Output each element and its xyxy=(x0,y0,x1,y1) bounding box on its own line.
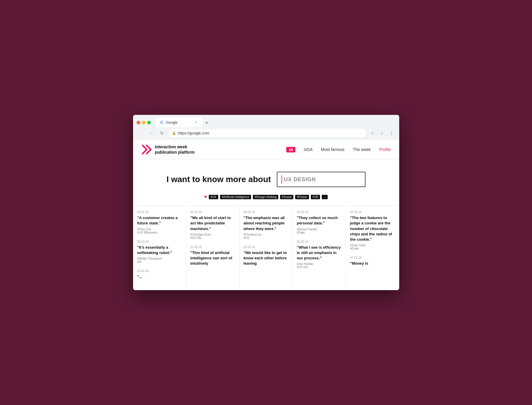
article-date: 08.02.18 xyxy=(244,210,288,214)
profile-button[interactable]: ○ xyxy=(378,129,386,137)
article-item: 03.02.18 "They collect so much personal … xyxy=(297,210,342,234)
article-date: 07.02.18 xyxy=(350,210,395,214)
forward-button[interactable]: → xyxy=(147,129,156,137)
tag-ai[interactable]: #Artificial intelligence xyxy=(220,195,251,199)
minimize-button[interactable] xyxy=(142,121,145,124)
toolbar-actions: ☆ ○ ⋮ xyxy=(368,129,396,137)
browser-toolbar: ← → ↻ 🔒 https://google.com ☆ ○ ⋮ xyxy=(133,127,399,139)
article-date: 05.02.18 xyxy=(297,240,342,243)
svg-line-1 xyxy=(143,150,147,154)
article-author: #Elissa Frankle xyxy=(297,228,342,231)
article-col-1: 03.02.18 "A customer creates a future st… xyxy=(133,206,186,290)
article-quote[interactable]: "We all kind of start to act like predic… xyxy=(190,215,235,232)
svg-line-3 xyxy=(147,150,151,154)
hero-text: I want to know more about xyxy=(166,175,271,184)
article-tags: #UX #Business xyxy=(137,231,182,234)
article-col-3: 08.02.18 "The emphasis was all about rea… xyxy=(240,206,293,290)
search-box[interactable]: UX DESIGN xyxy=(277,172,366,187)
articles-grid: 03.02.18 "A customer creates a future st… xyxy=(133,205,399,290)
article-tags: #Code xyxy=(350,247,395,250)
article-tags: #UX #UI xyxy=(297,266,342,269)
tag-fiction[interactable]: #Fiction xyxy=(295,195,309,199)
google-favicon: G xyxy=(160,120,163,125)
article-date: 07.02.18 xyxy=(350,256,395,259)
article-quote[interactable]: "They collect so much personal data." xyxy=(297,215,342,226)
article-quote[interactable]: "A customer creates a future state." xyxy=(137,215,182,226)
article-item: 03.02.18 "We would like to get to know e… xyxy=(244,245,288,266)
article-col-2: 05.02.18 "We all kind of start to act li… xyxy=(186,206,240,290)
refresh-button[interactable]: ↻ xyxy=(158,129,166,137)
article-author: #Christina Xu xyxy=(244,233,288,236)
tag-ux[interactable]: #UX xyxy=(209,195,218,199)
tag-vr[interactable]: #VR xyxy=(311,195,320,199)
svg-line-2 xyxy=(147,145,151,150)
traffic-lights xyxy=(137,121,151,124)
site-header: Interaction week publication platform 18… xyxy=(133,139,399,160)
article-author: #Christian Ervin xyxy=(190,233,235,236)
article-col-5: 07.02.18 "The two features to judge a co… xyxy=(346,206,399,290)
address-bar[interactable]: 🔒 https://google.com xyxy=(169,129,366,137)
article-tags: #AI xyxy=(137,260,182,263)
browser-window: G Google × + ← → ↻ 🔒 https://google.com … xyxy=(133,115,399,290)
tag-more[interactable]: ... xyxy=(322,195,328,199)
article-date: 03.02.18 xyxy=(137,210,182,214)
article-quote[interactable]: "... xyxy=(137,274,182,279)
article-item: 05.02.18 "What I see is efficiency is st… xyxy=(297,240,342,269)
article-quote[interactable]: "What I see is efficiency is still an em… xyxy=(297,245,342,261)
browser-chrome: G Google × + ← → ↻ 🔒 https://google.com … xyxy=(133,115,399,139)
article-quote[interactable]: "We would like to get to know each other… xyxy=(244,250,288,266)
article-col-4: 03.02.18 "They collect so much personal … xyxy=(293,206,346,290)
article-date: 03.02.18 xyxy=(244,245,288,249)
browser-tabs: G Google × + xyxy=(156,118,396,127)
article-item: 05.02.18 "We all kind of start to act li… xyxy=(190,210,235,240)
article-tags: #Data xyxy=(297,231,342,234)
tag-design-thinking[interactable]: #Design thinking xyxy=(253,195,278,199)
article-date: 03.02.18 xyxy=(297,210,342,214)
article-item: 03.02.18 "A customer creates a future st… xyxy=(137,210,182,234)
article-date: 03.02.18 xyxy=(137,269,182,273)
article-item: 08.02.18 "The emphasis was all about rea… xyxy=(244,210,288,240)
logo-icon xyxy=(141,144,152,155)
article-author: #Josh Clark xyxy=(350,244,395,247)
nav-ixda[interactable]: IxDA xyxy=(304,147,313,152)
svg-line-0 xyxy=(143,145,147,150)
tab-favicon: G xyxy=(160,120,164,125)
logo-text: Interaction week publication platform xyxy=(155,144,202,155)
article-quote[interactable]: "It's essentially a selfietaking robot." xyxy=(137,245,182,255)
site-logo: Interaction week publication platform xyxy=(141,144,202,155)
article-quote[interactable]: "The two features to judge a cookie are … xyxy=(350,215,395,242)
tab-title: Google xyxy=(166,120,178,125)
back-button[interactable]: ← xyxy=(137,129,145,137)
article-tags: #UX #AI xyxy=(190,236,235,240)
close-button[interactable] xyxy=(137,121,140,124)
lock-icon: 🔒 xyxy=(172,131,176,135)
article-tags: #UX xyxy=(244,236,288,240)
maximize-button[interactable] xyxy=(147,121,151,124)
article-quote[interactable]: "This kind of artificial intelligence ca… xyxy=(190,250,235,266)
article-item: 08.02.18 "It's essentially a selfietakin… xyxy=(137,240,182,263)
article-date: 07.02.18 xyxy=(190,245,235,249)
new-tab-button[interactable]: + xyxy=(203,119,211,127)
bookmark-button[interactable]: ☆ xyxy=(368,129,377,137)
article-quote[interactable]: "Money is xyxy=(350,261,395,266)
tag-social[interactable]: #Social xyxy=(280,195,293,199)
site-nav: 18 IxDA Most famous The week Profile xyxy=(286,147,391,152)
page-content: Interaction week publication platform 18… xyxy=(133,139,399,290)
tab-close-button[interactable]: × xyxy=(194,120,199,125)
nav-the-week[interactable]: The week xyxy=(353,147,371,152)
nav-badge[interactable]: 18 xyxy=(286,147,295,152)
heart-icon[interactable]: ♥ xyxy=(204,194,207,200)
browser-titlebar: G Google × + xyxy=(133,115,399,127)
active-tab[interactable]: G Google × xyxy=(156,118,203,127)
url-text: https://google.com xyxy=(178,131,209,135)
article-date: 05.02.18 xyxy=(190,210,235,214)
hero-section: I want to know more about UX DESIGN xyxy=(133,160,399,194)
article-item: 03.02.18 "... xyxy=(137,269,182,279)
article-item: 07.02.18 "The two features to judge a co… xyxy=(350,210,395,250)
article-author: #Tony Chu xyxy=(137,228,182,231)
article-author: #Jay Harlow xyxy=(297,262,342,266)
menu-button[interactable]: ⋮ xyxy=(387,129,396,137)
nav-most-famous[interactable]: Most famous xyxy=(321,147,345,152)
article-quote[interactable]: "The emphasis was all about reaching peo… xyxy=(244,215,288,232)
nav-profile[interactable]: Profile xyxy=(379,147,391,152)
